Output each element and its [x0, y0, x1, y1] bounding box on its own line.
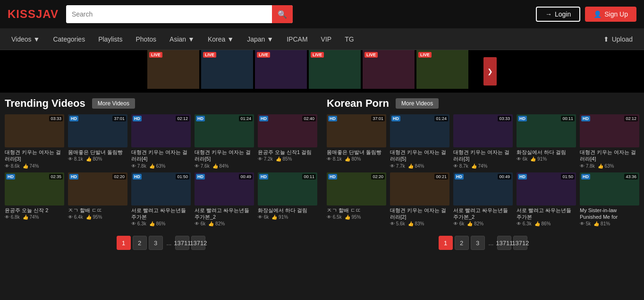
- video-card[interactable]: HD 02:35 윤공주 오늘 신작 2 👁 6.8k 👍 74%: [5, 172, 64, 227]
- page-button[interactable]: 13712: [191, 236, 205, 250]
- trending-section: Trending Videos More Videos 03:33 대형견 키우…: [5, 97, 317, 257]
- video-card[interactable]: HD 01:50 서로 빨려고 싸우는년들 주가본 👁 6.3k 👍 86%: [517, 172, 576, 227]
- video-thumb: HD 00:49: [453, 172, 513, 206]
- page-button[interactable]: 2: [133, 236, 147, 250]
- hd-badge: HD: [69, 116, 78, 121]
- banner-next-button[interactable]: ❯: [483, 57, 497, 86]
- video-card[interactable]: HD 00:11 화장실에서 하다 걸림 👁 6k 👍 91%: [258, 172, 317, 227]
- video-card[interactable]: HD 43:36 My Sister-in-law Punished Me fo…: [580, 172, 639, 227]
- like-rate: 👍 84%: [212, 163, 229, 169]
- video-title: 대형견 키우는 여자는 걸러라[4]: [580, 149, 639, 163]
- video-meta: 👁 7.7k 👍 84%: [390, 163, 449, 169]
- like-rate: 👍 95%: [345, 214, 361, 220]
- video-thumb: HD 00:11: [258, 172, 317, 206]
- logo[interactable]: KISSJAV: [8, 8, 59, 21]
- view-count: 👁 6.8k: [5, 214, 20, 220]
- trending-header: Trending Videos More Videos: [5, 97, 317, 110]
- video-card[interactable]: HD 00:49 서로 빨려고 싸우는년들 주가본_2 👁 6k 👍 82%: [195, 172, 254, 227]
- view-count: 👁 6k: [195, 221, 205, 226]
- page-button[interactable]: 2: [455, 236, 469, 250]
- nav-item-asian[interactable]: Asian ▼: [163, 28, 201, 50]
- page-button[interactable]: 3: [149, 236, 163, 250]
- video-thumb: HD 43:36: [580, 172, 639, 206]
- view-count: 👁 6k: [453, 221, 464, 226]
- duration-badge: 02:12: [176, 116, 189, 121]
- video-card[interactable]: HD 01:24 대형견 키우는 여자는 걸러라[5] 👁 7.7k 👍 84%: [390, 114, 449, 169]
- banner-inner: LIVE LIVE LIVE LIVE LIVE LIVE ❯: [147, 50, 497, 93]
- nav-item-videos[interactable]: Videos ▼: [5, 28, 46, 50]
- banner-thumb-2[interactable]: LIVE: [201, 50, 253, 89]
- page-button[interactable]: 1: [117, 236, 131, 250]
- video-card[interactable]: HD 02:20 ㅈㄱ 할배 ㄷㄸ 👁 6.4k 👍 95%: [68, 172, 127, 227]
- korean-more-button[interactable]: More Videos: [396, 98, 439, 109]
- trending-title: Trending Videos: [5, 97, 85, 110]
- signup-icon: 👤: [593, 10, 602, 18]
- video-thumb: HD 01:50: [517, 172, 576, 206]
- like-rate: 👍 63%: [598, 163, 614, 169]
- live-badge: LIVE: [418, 52, 432, 58]
- video-card[interactable]: HD 02:12 대형견 키우는 여자는 걸러라[4] 👁 7.8k 👍 63%: [131, 114, 191, 169]
- nav-item-ipcam[interactable]: IPCAM: [280, 28, 314, 50]
- view-count: 👁 7.6k: [195, 163, 210, 169]
- video-card[interactable]: 03:33 대형견 키우는 여자는 걸러라[3] 👁 8.7k 👍 74%: [453, 114, 513, 169]
- hd-badge: HD: [6, 174, 15, 180]
- signup-button[interactable]: 👤 Sign Up: [585, 7, 636, 22]
- video-card[interactable]: HD 00:49 서로 빨려고 싸우는년들 주가본_2 👁 6k 👍 82%: [453, 172, 513, 227]
- login-button[interactable]: → Login: [536, 7, 580, 22]
- banner-thumb-1[interactable]: LIVE: [147, 50, 199, 89]
- nav-item-vip[interactable]: VIP: [314, 28, 339, 50]
- video-card[interactable]: 00:21 대형견 키우는 여자는 걸러라[2] 👁 5.6k 👍 83%: [390, 172, 449, 227]
- hd-badge: HD: [518, 174, 527, 180]
- page-button[interactable]: 1: [439, 236, 453, 250]
- pagination-ellipsis: ...: [165, 236, 174, 250]
- nav-item-playlists[interactable]: Playlists: [92, 28, 129, 50]
- video-card[interactable]: HD 00:11 화장실에서 하다 걸림 👁 6k 👍 91%: [517, 114, 576, 169]
- nav-item-japan[interactable]: Japan ▼: [240, 28, 280, 50]
- view-count: 👁 8.1k: [327, 156, 342, 162]
- page-button[interactable]: 13711: [497, 236, 511, 250]
- header: KISSJAV 🔍 → Login 👤 Sign Up: [0, 0, 644, 28]
- view-count: 👁 7.2k: [258, 156, 273, 162]
- search-button[interactable]: 🔍: [272, 5, 293, 23]
- search-input[interactable]: [66, 5, 272, 23]
- video-title: 윤공주 오늘 신작 2: [5, 207, 64, 214]
- nav-item-photos[interactable]: Photos: [129, 28, 163, 50]
- video-card[interactable]: HD 37:01 몸매좋은 단발녀 돌림빵 👁 8.1k 👍 80%: [327, 114, 386, 169]
- hd-badge: HD: [581, 116, 590, 121]
- video-thumb: HD 02:40: [258, 114, 317, 147]
- video-card[interactable]: HD 02:20 ㅈㄱ 할배 ㄷㄸ 👁 6.5k 👍 95%: [327, 172, 386, 227]
- nav-item-korea[interactable]: Korea ▼: [201, 28, 240, 50]
- duration-badge: 01:24: [434, 116, 448, 121]
- video-card[interactable]: HD 02:40 윤공주 오늘 신작1 걸림 👁 7.2k 👍 85%: [258, 114, 317, 169]
- video-thumb: HD 02:20: [68, 172, 127, 206]
- nav-item-categories[interactable]: Categories: [46, 28, 92, 50]
- video-meta: 👁 6.4k 👍 95%: [68, 214, 127, 220]
- page-button[interactable]: 13712: [513, 236, 527, 250]
- video-card[interactable]: HD 01:50 서로 빨려고 싸우는년들 주가본 👁 6.3k 👍 86%: [131, 172, 191, 227]
- hd-badge: HD: [196, 116, 205, 121]
- duration-badge: 00:49: [239, 174, 253, 180]
- trending-grid: 03:33 대형견 키우는 여자는 걸러라[3] 👁 8.6k 👍 74% HD…: [5, 114, 317, 226]
- video-thumb: HD 37:01: [68, 114, 127, 147]
- banner-thumb-6[interactable]: LIVE: [416, 50, 468, 89]
- page-button[interactable]: 3: [471, 236, 485, 250]
- video-meta: 👁 6.3k 👍 86%: [131, 221, 191, 226]
- page-button[interactable]: 13711: [175, 236, 189, 250]
- banner-thumb-5[interactable]: LIVE: [363, 50, 415, 89]
- video-thumb: HD 02:20: [327, 172, 386, 206]
- trending-more-button[interactable]: More Videos: [92, 98, 135, 109]
- korean-title: Korean Porn: [327, 97, 389, 110]
- logo-jav: JAV: [36, 8, 59, 20]
- view-count: 👁 6k: [258, 214, 269, 220]
- banner-thumb-4[interactable]: LIVE: [309, 50, 361, 89]
- upload-button[interactable]: ⬆ Upload: [597, 35, 639, 43]
- video-card[interactable]: HD 02:12 대형견 키우는 여자는 걸러라[4] 👁 7.8k 👍 63%: [580, 114, 639, 169]
- korean-pagination: 123...1371113712: [327, 231, 639, 257]
- nav-item-tg[interactable]: TG: [338, 28, 360, 50]
- video-card[interactable]: HD 01:24 대형견 키우는 여자는 걸러라[5] 👁 7.6k 👍 84%: [195, 114, 254, 169]
- video-card[interactable]: HD 37:01 몸매좋은 단발녀 돌림빵 👁 8.1k 👍 80%: [68, 114, 127, 169]
- duration-badge: 02:35: [49, 174, 63, 180]
- chevron-down-icon: ▼: [267, 35, 273, 43]
- video-card[interactable]: 03:33 대형견 키우는 여자는 걸러라[3] 👁 8.6k 👍 74%: [5, 114, 64, 169]
- banner-thumb-3[interactable]: LIVE: [255, 50, 307, 89]
